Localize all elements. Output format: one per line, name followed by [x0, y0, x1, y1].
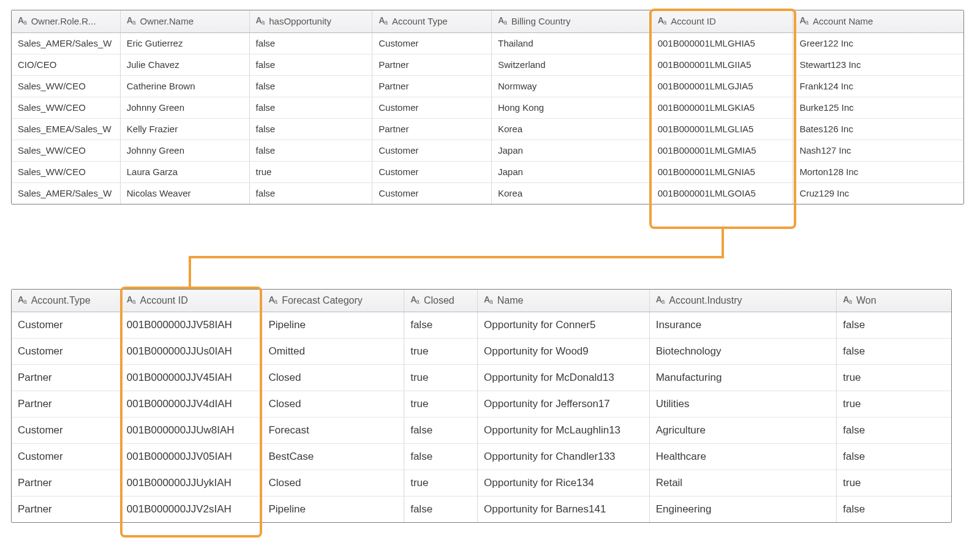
table-row: Sales_WW/CEOJohnny GreenfalseCustomerJap…: [12, 140, 963, 162]
table-cell: true: [404, 470, 478, 497]
table-cell: Closed: [262, 365, 404, 391]
table-cell: CIO/CEO: [12, 54, 121, 76]
table-cell: Opportunity for McLaughlin13: [478, 418, 650, 444]
table-cell: Johnny Green: [121, 97, 250, 119]
text-type-icon: Aa: [256, 14, 265, 28]
table-row: Sales_EMEA/Sales_WKelly FrazierfalsePart…: [12, 119, 963, 140]
table-cell: false: [250, 33, 373, 54]
table-cell: Customer: [372, 183, 492, 204]
table-cell: 001B000001LMLGIIA5: [652, 54, 794, 76]
table-cell: Japan: [492, 140, 652, 162]
table-cell: Normway: [492, 76, 652, 97]
column-header[interactable]: AaOwner.Name: [121, 10, 250, 32]
table-cell: Burke125 Inc: [793, 97, 963, 119]
table-cell: true: [837, 365, 951, 391]
table-cell: Customer: [372, 97, 492, 119]
table-cell: false: [837, 418, 951, 444]
table-cell: Customer: [12, 418, 121, 444]
column-header[interactable]: AaAccount ID: [121, 290, 263, 312]
table-cell: Closed: [262, 470, 404, 497]
table-cell: 001B000000JJUw8IAH: [121, 418, 263, 444]
table-row: CIO/CEOJulie ChavezfalsePartnerSwitzerla…: [12, 54, 963, 76]
column-header[interactable]: AaOwner.Role.R...: [12, 10, 121, 32]
table-cell: false: [837, 497, 951, 522]
table-cell: false: [250, 119, 373, 140]
table-row: Partner001B000000JJV45IAHClosedtrueOppor…: [12, 365, 951, 391]
table-cell: Sales_WW/CEO: [12, 162, 121, 183]
text-type-icon: Aa: [799, 14, 809, 28]
column-header[interactable]: AaBilling Country: [492, 10, 652, 32]
table-cell: 001B000000JJV4dIAH: [121, 391, 263, 418]
column-header-label: Billing Country: [511, 15, 571, 28]
column-header[interactable]: AaForecast Category: [262, 290, 404, 312]
text-type-icon: Aa: [498, 14, 507, 28]
column-header[interactable]: AaWon: [837, 290, 951, 312]
table-cell: Omitted: [262, 339, 404, 365]
text-type-icon: Aa: [127, 14, 136, 28]
table-cell: Sales_WW/CEO: [12, 97, 121, 119]
column-header[interactable]: AaName: [478, 290, 650, 312]
column-header[interactable]: AaAccount ID: [652, 10, 794, 32]
column-header[interactable]: AaAccount.Industry: [650, 290, 837, 312]
table-cell: Opportunity for Barnes141: [478, 497, 650, 522]
table-cell: Partner: [12, 391, 121, 418]
table-cell: 001B000000JJV2sIAH: [121, 497, 263, 522]
table-row: Sales_WW/CEOCatherine BrownfalsePartnerN…: [12, 76, 963, 97]
text-type-icon: Aa: [843, 293, 852, 307]
table-row: Customer001B000000JJUw8IAHForecastfalseO…: [12, 418, 951, 444]
table-cell: Sales_AMER/Sales_W: [12, 33, 121, 54]
table-cell: Partner: [12, 497, 121, 522]
table-cell: 001B000001LMLGJIA5: [652, 76, 794, 97]
table-cell: Korea: [492, 183, 652, 204]
column-header-label: Name: [497, 294, 524, 307]
table-cell: true: [837, 470, 951, 497]
table-cell: Kelly Frazier: [121, 119, 250, 140]
table-cell: Greer122 Inc: [793, 33, 963, 54]
table-cell: false: [404, 444, 478, 470]
table-cell: Johnny Green: [121, 140, 250, 162]
column-header-label: Account Name: [813, 15, 873, 28]
table-cell: 001B000001LMLGNIA5: [652, 162, 794, 183]
text-type-icon: Aa: [410, 293, 420, 307]
table-cell: Thailand: [492, 33, 652, 54]
table-cell: true: [250, 162, 373, 183]
table-cell: Pipeline: [262, 497, 404, 522]
table-cell: Opportunity for Chandler133: [478, 444, 650, 470]
column-header-label: Owner.Role.R...: [31, 15, 96, 28]
column-header-label: Account Type: [392, 15, 448, 28]
table-cell: Opportunity for Conner5: [478, 312, 650, 339]
table-cell: Opportunity for Rice134: [478, 470, 650, 497]
table-cell: Cruz129 Inc: [793, 183, 963, 204]
text-type-icon: Aa: [268, 293, 277, 307]
table-cell: Sales_AMER/Sales_W: [12, 183, 121, 204]
table-row: Partner001B000000JJV2sIAHPipelinefalseOp…: [12, 497, 951, 522]
column-header[interactable]: AahasOpportunity: [250, 10, 373, 32]
column-header-label: Account.Type: [31, 294, 91, 307]
column-header-label: Account ID: [140, 294, 187, 307]
column-header-label: Won: [856, 294, 876, 307]
text-type-icon: Aa: [484, 293, 493, 307]
table-row: Sales_WW/CEOLaura GarzatrueCustomerJapan…: [12, 162, 963, 183]
table-cell: Agriculture: [650, 418, 837, 444]
column-header[interactable]: AaAccount Name: [793, 10, 963, 32]
table-cell: Partner: [372, 119, 492, 140]
table-cell: Morton128 Inc: [793, 162, 963, 183]
table-cell: Hong Kong: [492, 97, 652, 119]
table-cell: Customer: [12, 312, 121, 339]
table-cell: Nash127 Inc: [793, 140, 963, 162]
table-cell: Customer: [372, 162, 492, 183]
text-type-icon: Aa: [379, 14, 388, 28]
table-cell: Nicolas Weaver: [121, 183, 250, 204]
table-cell: false: [250, 140, 373, 162]
table-cell: Forecast: [262, 418, 404, 444]
table-cell: Customer: [372, 140, 492, 162]
table-row: Partner001B000000JJV4dIAHClosedtrueOppor…: [12, 391, 951, 418]
column-header-label: Account.Industry: [669, 294, 742, 307]
column-header[interactable]: AaClosed: [404, 290, 478, 312]
column-header[interactable]: AaAccount Type: [372, 10, 492, 32]
column-header[interactable]: AaAccount.Type: [12, 290, 121, 312]
table-row: Sales_WW/CEOJohnny GreenfalseCustomerHon…: [12, 97, 963, 119]
text-type-icon: Aa: [656, 293, 665, 307]
table-cell: false: [404, 497, 478, 522]
table-cell: Partner: [372, 76, 492, 97]
